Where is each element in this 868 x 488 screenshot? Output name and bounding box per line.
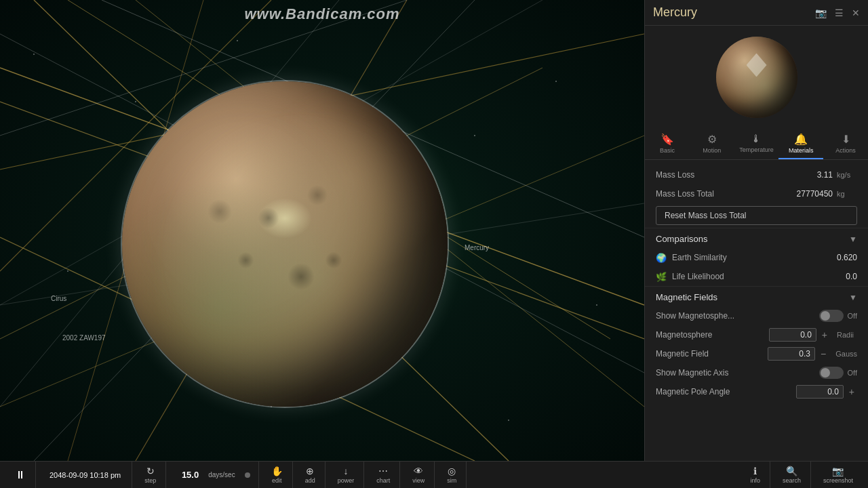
- edit-label: edit: [272, 477, 282, 484]
- time-section: 2048-09-09 10:18 pm: [39, 462, 132, 488]
- reset-mass-loss-button[interactable]: Reset Mass Loss Total: [656, 206, 857, 225]
- chart-label: chart: [376, 477, 390, 484]
- life-likelihood-row: 🌿 Life Likelihood 0.0: [645, 267, 868, 286]
- search-icon: 🔍: [786, 466, 797, 476]
- edit-icon: ✋: [271, 466, 283, 476]
- asteroid-label: 2002 ZAW197: [62, 334, 106, 342]
- magnetic-field-row: Magnetic Field − Gauss: [645, 344, 868, 363]
- info-button[interactable]: ℹ info: [746, 464, 764, 485]
- magnetosphere-input[interactable]: [769, 328, 816, 342]
- info-label: info: [750, 477, 760, 484]
- edit-section: ✋ edit: [262, 462, 293, 488]
- view-section: 👁 view: [403, 462, 435, 488]
- power-button[interactable]: ↓ power: [334, 464, 359, 485]
- planet-highlight: [258, 198, 312, 239]
- magnetic-pole-angle-label: Magnetic Pole Angle: [656, 387, 796, 396]
- tab-actions-label: Actions: [835, 147, 856, 154]
- time-display: 2048-09-09 10:18 pm: [44, 471, 126, 479]
- tab-basic-label: Basic: [660, 147, 675, 154]
- show-magnetosphere-label: Show Magnetosphe...: [656, 311, 819, 321]
- show-magnetosphere-toggle[interactable]: [819, 310, 844, 322]
- info-section: ℹ info: [741, 462, 770, 488]
- screenshot-button[interactable]: 📷 screenshot: [819, 464, 857, 485]
- magnetic-fields-section-header[interactable]: Magnetic Fields ▼: [645, 286, 868, 306]
- magnetic-field-unit: Gauss: [835, 350, 857, 358]
- bottom-toolbar: ⏸ 2048-09-09 10:18 pm ↻ step 15.0 days/s…: [0, 461, 868, 488]
- mass-loss-value: 3.11: [778, 170, 833, 180]
- life-icon: 🌿: [656, 272, 667, 282]
- show-magnetic-axis-row: Show Magnetic Axis Off: [645, 363, 868, 382]
- mass-loss-label: Mass Loss: [656, 170, 778, 180]
- playback-controls: ⏸: [5, 462, 36, 488]
- temperature-icon: 🌡: [751, 133, 762, 145]
- planet-surface: [122, 81, 448, 407]
- mass-loss-total-unit: kg: [837, 190, 857, 198]
- tab-materials-label: Materials: [789, 147, 814, 154]
- show-magnetic-axis-toggle[interactable]: [819, 367, 844, 379]
- show-magnetosphere-state: Off: [848, 312, 857, 320]
- mass-loss-total-row: Mass Loss Total 27770450 kg: [645, 184, 868, 203]
- magnetic-pole-angle-increment[interactable]: +: [846, 386, 857, 397]
- step-section: ↻ step: [135, 462, 166, 488]
- power-label: power: [338, 477, 355, 484]
- speed-value: 15.0: [174, 470, 201, 480]
- pause-button[interactable]: ⏸: [11, 469, 30, 481]
- planet-thumbnail: [716, 37, 797, 118]
- edit-button[interactable]: ✋ edit: [267, 464, 287, 485]
- speed-unit: days/sec: [205, 471, 237, 479]
- panel-content[interactable]: Mass Loss 3.11 kg/s Mass Loss Total 2777…: [645, 160, 868, 488]
- sim-section: ◎ sim: [437, 462, 467, 488]
- search-section: 🔍 search: [773, 462, 811, 488]
- magnetic-field-controls: − Gauss: [768, 347, 857, 361]
- magnetic-field-input[interactable]: [768, 347, 815, 361]
- info-icon: ℹ: [753, 466, 757, 476]
- add-icon: ⊕: [306, 466, 314, 476]
- step-icon: ↻: [146, 466, 155, 476]
- screenshot-icon: 📷: [832, 466, 844, 476]
- mercury-label: Mercury: [465, 244, 489, 251]
- tab-temperature[interactable]: 🌡 Temperature: [734, 129, 779, 159]
- planet-core-indicator: [747, 54, 767, 77]
- planet-thumbnail-area: [645, 26, 868, 129]
- search-button[interactable]: 🔍 search: [778, 464, 805, 485]
- actions-icon: ⬇: [842, 133, 850, 146]
- add-label: add: [305, 477, 315, 484]
- watermark: www.Bandicam.com: [244, 5, 399, 23]
- add-button[interactable]: ⊕ add: [301, 464, 319, 485]
- basic-icon: 🔖: [660, 133, 674, 146]
- speed-indicator: [245, 472, 250, 478]
- tab-materials[interactable]: 🔔 Materials: [778, 129, 823, 159]
- tab-basic[interactable]: 🔖 Basic: [645, 129, 690, 159]
- panel-title: Mercury: [653, 5, 697, 20]
- earth-icon: 🌍: [656, 253, 667, 263]
- cirus-label: Cirus: [51, 295, 66, 302]
- tab-motion[interactable]: ⚙ Motion: [690, 129, 734, 159]
- magnetic-field-decrement[interactable]: −: [818, 348, 829, 359]
- chart-button[interactable]: ⋯ chart: [372, 464, 394, 485]
- tab-temperature-label: Temperature: [739, 146, 774, 153]
- magnetic-fields-chevron: ▼: [849, 293, 857, 302]
- materials-icon: 🔔: [794, 133, 808, 146]
- camera-off-icon[interactable]: 📷: [815, 7, 827, 18]
- close-icon[interactable]: ✕: [852, 7, 860, 18]
- menu-icon[interactable]: ☰: [835, 7, 844, 18]
- earth-similarity-label: Earth Similarity: [672, 253, 727, 262]
- simulation-viewport[interactable]: Mercury Cirus 2002 ZAW197 www.Bandicam.c…: [0, 0, 644, 461]
- magnetosphere-increment[interactable]: +: [819, 329, 830, 340]
- step-button[interactable]: ↻ step: [140, 464, 160, 485]
- screenshot-section: 📷 screenshot: [814, 462, 863, 488]
- comparisons-section-header[interactable]: Comparisons ▼: [645, 228, 868, 248]
- sim-button[interactable]: ◎ sim: [443, 464, 460, 485]
- mass-loss-total-value: 27770450: [778, 189, 833, 199]
- chart-section: ⋯ chart: [367, 462, 400, 488]
- magnetosphere-row: Magnetosphere + Radii: [645, 325, 868, 344]
- view-label: view: [412, 477, 425, 484]
- view-button[interactable]: 👁 view: [408, 464, 429, 485]
- magnetic-pole-angle-input[interactable]: [796, 385, 844, 399]
- right-panel: Mercury 📷 ☰ ✕ 🔖 Basic ⚙ Motion 🌡 Tempera…: [644, 0, 868, 488]
- show-magnetic-axis-toggle-container: Off: [819, 367, 857, 379]
- motion-icon: ⚙: [707, 133, 717, 146]
- mass-loss-row: Mass Loss 3.11 kg/s: [645, 165, 868, 184]
- life-likelihood-label: Life Likelihood: [672, 272, 724, 281]
- tab-actions[interactable]: ⬇ Actions: [823, 129, 868, 159]
